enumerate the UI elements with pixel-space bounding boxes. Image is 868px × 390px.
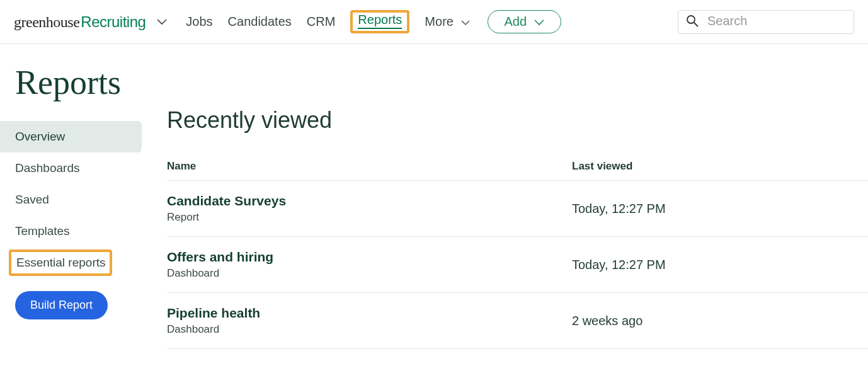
chevron-down-icon (534, 14, 544, 29)
brand-name-1: greenhouse (14, 14, 79, 31)
table-row[interactable]: Candidate Surveys Report Today, 12:27 PM (167, 181, 868, 237)
highlight-box-essential-reports: Essential reports (9, 249, 112, 276)
table-row[interactable]: Offers and hiring Dashboard Today, 12:27… (167, 237, 868, 293)
svg-line-1 (694, 23, 698, 26)
sidebar-item-saved[interactable]: Saved (0, 184, 167, 215)
table-row[interactable]: Pipeline health Dashboard 2 weeks ago (167, 293, 868, 349)
section-title: Recently viewed (167, 107, 868, 134)
nav-reports[interactable]: Reports (358, 10, 402, 29)
top-nav: greenhouse Recruiting Jobs Candidates CR… (0, 0, 868, 44)
column-header-last-viewed: Last viewed (572, 152, 868, 181)
nav-links: Jobs Candidates CRM Reports More (186, 12, 469, 32)
row-last-viewed: 2 weeks ago (572, 293, 868, 349)
row-last-viewed: Today, 12:27 PM (572, 181, 868, 237)
page-title: Reports (0, 63, 167, 121)
column-header-name: Name (167, 152, 572, 181)
search-box[interactable] (678, 10, 854, 34)
sidebar-item-templates[interactable]: Templates (0, 215, 167, 247)
row-title: Candidate Surveys (167, 193, 572, 209)
nav-crm[interactable]: CRM (307, 12, 336, 32)
brand-logo[interactable]: greenhouse Recruiting (14, 13, 146, 31)
chevron-down-icon (461, 14, 470, 29)
brand-name-2: Recruiting (81, 13, 146, 31)
row-type: Report (167, 211, 572, 224)
add-button-label: Add (505, 14, 527, 29)
sidebar-item-dashboards[interactable]: Dashboards (0, 152, 167, 184)
nav-candidates[interactable]: Candidates (228, 12, 292, 32)
recently-viewed-table: Name Last viewed Candidate Surveys Repor… (167, 152, 868, 349)
highlight-box-reports: Reports (350, 10, 409, 33)
nav-jobs[interactable]: Jobs (186, 12, 212, 32)
row-type: Dashboard (167, 267, 572, 280)
row-last-viewed: Today, 12:27 PM (572, 237, 868, 293)
row-title: Offers and hiring (167, 249, 572, 265)
row-title: Pipeline health (167, 306, 572, 321)
sidebar-menu: Overview Dashboards Saved Templates Esse… (0, 121, 167, 319)
add-button[interactable]: Add (488, 10, 562, 33)
sidebar-item-essential-reports[interactable]: Essential reports (16, 256, 106, 270)
svg-point-0 (687, 16, 695, 23)
chevron-down-icon[interactable] (157, 16, 167, 28)
nav-more[interactable]: More (425, 12, 469, 32)
row-type: Dashboard (167, 323, 572, 336)
sidebar-item-overview[interactable]: Overview (0, 121, 142, 152)
search-icon (686, 14, 699, 30)
nav-more-label: More (425, 14, 454, 28)
search-input[interactable] (707, 15, 846, 28)
build-report-button[interactable]: Build Report (15, 291, 108, 319)
